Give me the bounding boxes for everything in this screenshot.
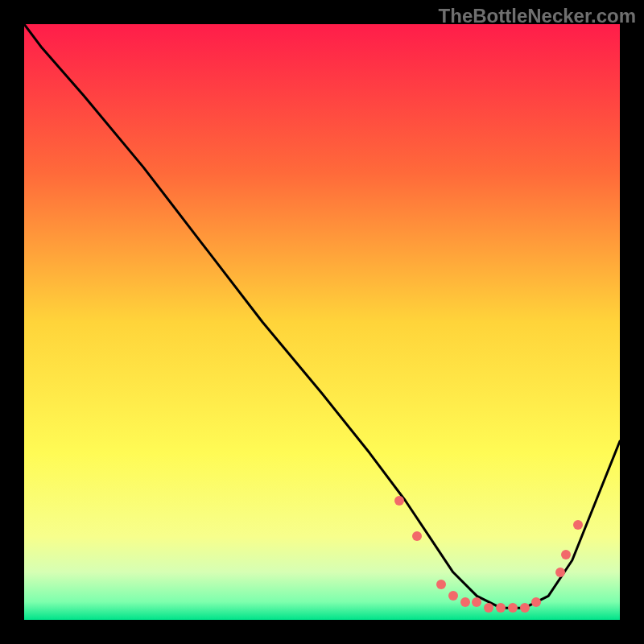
chart-stage: TheBottleNecker.com: [0, 0, 644, 644]
plot-area: [24, 24, 620, 620]
gradient-background: [24, 24, 620, 620]
